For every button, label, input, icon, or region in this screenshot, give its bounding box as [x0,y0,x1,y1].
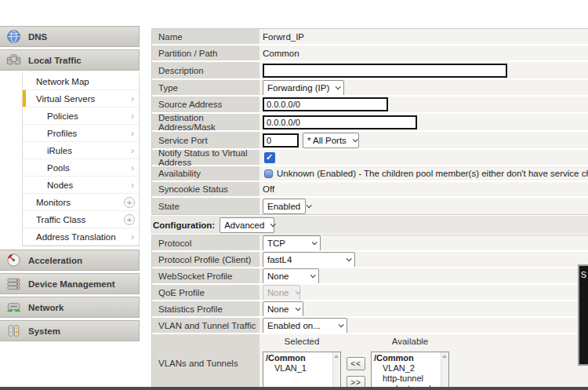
row-description: Description [152,62,588,80]
sidebar-item-profiles[interactable]: Profiles [23,125,139,142]
sidebar-item-monitors[interactable]: Monitors [23,194,139,211]
source-address-input[interactable] [263,97,388,111]
protocol-profile-client-value: fastL4 [267,255,292,264]
sidebar-section-device-management[interactable]: Device Management [0,273,140,294]
row-source-address: Source Address [152,97,588,114]
selected-listbox[interactable]: /Common VLAN_1 [263,352,341,390]
row-vlans-tunnels: VLANs and Tunnels Selected Available /Co… [152,334,588,390]
vlan-tunnel-traffic-value: Enabled on... [267,321,321,330]
chevron-down-icon [310,272,316,278]
move-to-selected-button[interactable]: << [347,357,365,370]
clipped-side-panel[interactable]: S [578,264,588,366]
notify-status-checkbox[interactable] [264,152,275,163]
sidebar-item-label: Address Translation [36,232,116,242]
service-port-input[interactable] [263,133,299,148]
description-input[interactable] [263,64,507,78]
statistics-profile-select[interactable]: None [263,301,303,316]
general-properties-table: Name Forwrd_IP Partition / Path Common D… [151,28,588,215]
configuration-label: Configuration: [153,221,215,230]
state-select[interactable]: Enabled [263,199,306,214]
vlan-tunnel-traffic-select[interactable]: Enabled on... [263,318,347,333]
sidebar-section-local-traffic[interactable]: Local Traffic [0,49,140,71]
row-partition: Partition / Path Common [152,46,588,62]
websocket-profile-label: WebSocket Profile [152,268,260,283]
source-address-label: Source Address [152,97,260,112]
sidebar-section-label: System [28,326,60,336]
chevron-down-icon [339,322,344,327]
network-device-icon [5,300,21,315]
configuration-table: Protocol TCP Protocol Profile (Client) f… [151,235,588,390]
sidebar-item-label: Traffic Class [36,215,85,224]
row-name: Name Forwrd_IP [152,29,588,46]
sidebar-item-traffic-class[interactable]: Traffic Class [23,211,139,228]
configuration-level-select[interactable]: Advanced [220,217,274,233]
type-select[interactable]: Forwarding (IP) [263,80,344,95]
sidebar-item-address-translation[interactable]: Address Translation [23,228,139,246]
chevron-down-icon [336,84,341,89]
sidebar-item-irules[interactable]: iRules [23,142,139,159]
listbox-item[interactable]: http-tunnel [372,374,441,384]
chevron-down-icon [295,305,300,311]
chevron-down-icon [353,137,358,142]
sidebar-section-dns[interactable]: DNS [0,26,140,47]
chevron-right-icon [131,181,134,189]
gauge-icon [5,253,21,268]
sidebar-section-acceleration[interactable]: Acceleration [0,250,140,271]
sidebar-item-network-map[interactable]: Network Map [23,73,139,90]
sidebar-section-label: DNS [28,32,47,42]
local-traffic-submenu: Network Map Virtual Servers Policies Pro… [22,73,140,246]
scroll-up-icon[interactable] [334,355,339,358]
sidebar-item-label: Monitors [36,198,71,207]
statistics-profile-label: Statistics Profile [152,301,260,316]
row-statistics-profile: Statistics Profile None [152,301,588,318]
system-switches-icon [5,323,21,339]
vlan-tunnel-traffic-label: VLAN and Tunnel Traffic [152,318,260,333]
chevron-down-icon [312,239,318,245]
chevron-down-icon [347,256,352,261]
chevron-down-icon [295,289,300,294]
listbox-item[interactable]: VLAN_2 [372,363,441,374]
availability-value: Unknown (Enabled) - The children pool me… [277,169,588,178]
sidebar-section-label: Device Management [28,279,115,289]
notify-status-label: Notify Status to Virtual Address [152,150,260,165]
sidebar-item-pools[interactable]: Pools [23,159,139,177]
chevron-right-icon [131,147,134,155]
status-unknown-icon [264,169,273,178]
listbox-scrollbar[interactable] [332,352,340,390]
service-port-label: Service Port [152,132,260,148]
listbox-item[interactable]: /Common [263,353,332,363]
configuration-strip: Configuration: Advanced [151,216,588,234]
plus-circle-icon[interactable] [124,214,135,225]
service-port-type-select[interactable]: * All Ports [303,133,359,148]
listbox-item[interactable]: /Common [372,353,441,363]
row-vlan-tunnel-traffic: VLAN and Tunnel Traffic Enabled on... [152,318,588,334]
protocol-profile-client-label: Protocol Profile (Client) [152,252,260,267]
destination-address-input[interactable] [263,115,417,129]
listbox-scrollbar[interactable] [441,352,448,390]
sidebar-section-system[interactable]: System [0,320,140,341]
chevron-right-icon [131,164,134,172]
statistics-profile-value: None [267,304,289,314]
move-buttons: << >> [347,357,365,389]
websocket-profile-select[interactable]: None [263,268,319,283]
sidebar-item-virtual-servers[interactable]: Virtual Servers [23,90,139,108]
name-label: Name [152,29,260,44]
available-listbox[interactable]: /Common VLAN_2 http-tunnel socks-tunnel [371,352,449,390]
scroll-up-icon[interactable] [442,355,447,358]
globe-icon [5,29,21,45]
sidebar-section-network[interactable]: Network [0,297,140,318]
configuration-level-value: Advanced [224,221,264,230]
clipped-side-panel-text: S [581,270,586,279]
chevron-right-icon [131,112,134,120]
listbox-item[interactable]: VLAN_1 [263,363,332,374]
protocol-profile-client-select[interactable]: fastL4 [263,252,355,267]
qoe-profile-value: None [267,288,289,297]
sidebar-item-nodes[interactable]: Nodes [23,177,139,194]
device-stack-icon [5,276,21,292]
row-notify-status: Notify Status to Virtual Address [152,150,588,166]
sidebar-item-policies[interactable]: Policies [23,108,139,125]
syncookie-value: Off [263,184,274,194]
plus-circle-icon[interactable] [124,197,135,208]
protocol-select[interactable]: TCP [263,235,321,250]
state-label: State [152,198,260,214]
